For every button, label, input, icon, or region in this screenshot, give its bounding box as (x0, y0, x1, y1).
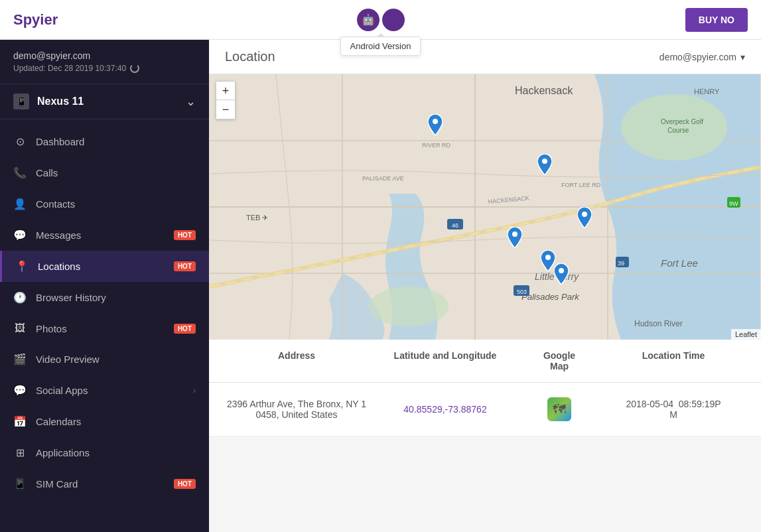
apple-icon[interactable] (382, 9, 405, 31)
hot-badge: HOT (174, 230, 196, 240)
col-address: Address (222, 350, 371, 371)
sidebar-item-label: Photos (36, 323, 161, 334)
sidebar-item-label: Applications (36, 447, 196, 458)
sidebar-item-photos[interactable]: 🖼 Photos HOT (0, 313, 209, 344)
hot-badge: HOT (174, 479, 196, 489)
col-lat-lng: Latitude and Longitude (371, 350, 519, 371)
device-name: Nexus 11 (37, 96, 84, 107)
map-pin-6 (577, 207, 592, 231)
chevron-right-icon: › (193, 386, 196, 395)
svg-text:Hackensack: Hackensack (515, 85, 573, 96)
hot-badge: HOT (174, 261, 196, 271)
sidebar-item-contacts[interactable]: 👤 Contacts (0, 188, 209, 220)
table-row: 2396 Arthur Ave, The Bronx, NY 10458, Un… (209, 383, 761, 436)
sidebar-item-label: Browser History (36, 292, 196, 303)
cell-lat-lng[interactable]: 40.85529,-73.88762 (371, 404, 519, 415)
svg-point-33 (545, 255, 551, 260)
svg-text:RIVER RD: RIVER RD (422, 142, 451, 149)
svg-text:FORT LEE RD: FORT LEE RD (561, 182, 601, 188)
cell-google-map[interactable]: 🗺 (519, 396, 599, 423)
contacts-icon: 👤 (13, 198, 27, 210)
sidebar-user-section: demo@spyier.com Updated: Dec 28 2019 10:… (0, 40, 209, 84)
svg-point-30 (433, 119, 438, 124)
header: Spyier 🤖 Android Version BUY NO (0, 0, 761, 40)
data-table: Address Latitude and Longitude GoogleMap… (209, 340, 761, 436)
buy-now-button[interactable]: BUY NO (685, 8, 748, 32)
page-title: Location (225, 49, 275, 64)
nav-items: ⊙ Dashboard 📞 Calls 👤 Contacts 💬 Message… (0, 119, 209, 506)
svg-point-10 (369, 287, 449, 326)
user-dropdown[interactable]: demo@spyier.com ▾ (659, 52, 745, 62)
svg-point-35 (582, 212, 587, 217)
map-pin-5 (554, 263, 569, 287)
svg-text:HENRY: HENRY (694, 88, 720, 96)
sidebar-item-dashboard[interactable]: ⊙ Dashboard (0, 126, 209, 157)
map-thumbnail: 🗺 (546, 396, 573, 423)
svg-point-31 (542, 159, 547, 164)
sidebar-item-locations[interactable]: 📍 Locations HOT (0, 251, 209, 282)
map-pin-3 (508, 227, 522, 251)
svg-text:9W: 9W (729, 200, 738, 207)
col-location-time: Location Time (599, 350, 748, 371)
sidebar-item-calls[interactable]: 📞 Calls (0, 157, 209, 188)
svg-point-34 (559, 268, 564, 273)
sidebar-item-label: Locations (38, 261, 161, 272)
user-dropdown-email: demo@spyier.com (659, 52, 736, 62)
svg-text:Course: Course (667, 127, 689, 134)
svg-text:Fort Lee: Fort Lee (661, 257, 698, 269)
sidebar-item-applications[interactable]: ⊞ Applications (0, 437, 209, 468)
svg-text:46: 46 (452, 222, 458, 229)
messages-icon: 💬 (13, 229, 27, 241)
content-header: Location demo@spyier.com ▾ (209, 40, 761, 74)
col-google-map: GoogleMap (519, 350, 599, 371)
map-svg: Overpeck Golf Course Little Ferry Fort L… (209, 74, 761, 340)
zoom-out-button[interactable]: − (216, 100, 235, 119)
refresh-icon[interactable] (130, 64, 139, 73)
cell-address: 2396 Arthur Ave, The Bronx, NY 10458, Un… (222, 399, 371, 420)
video-icon: 🎬 (13, 353, 27, 366)
svg-point-32 (512, 232, 518, 237)
svg-text:TEB ✈: TEB ✈ (246, 214, 268, 222)
sidebar-item-label: Calls (36, 167, 196, 178)
sidebar-item-label: Dashboard (36, 136, 196, 147)
sidebar-item-label: Social Apps (36, 385, 184, 396)
sidebar-item-messages[interactable]: 💬 Messages HOT (0, 220, 209, 251)
svg-text:PALISADE AVE: PALISADE AVE (362, 175, 404, 182)
sidebar-item-label: Video Preview (36, 354, 196, 365)
android-icon[interactable]: 🤖 (357, 9, 380, 31)
svg-text:Palisades Park: Palisades Park (521, 292, 580, 302)
sidebar: demo@spyier.com Updated: Dec 28 2019 10:… (0, 40, 209, 532)
cell-location-time: 2018-05-04 08:59:19PM (599, 399, 748, 420)
table-header: Address Latitude and Longitude GoogleMap… (209, 340, 761, 383)
svg-text:Hudson River: Hudson River (634, 319, 683, 328)
device-selector[interactable]: 📱 Nexus 11 ⌄ (0, 84, 209, 119)
app-container: Spyier 🤖 Android Version BUY NO demo@spy… (0, 0, 761, 532)
hot-badge: HOT (174, 324, 196, 334)
sidebar-item-video-preview[interactable]: 🎬 Video Preview (0, 344, 209, 375)
svg-text:Overpeck Golf: Overpeck Golf (661, 118, 703, 125)
sidebar-email: demo@spyier.com (13, 50, 196, 61)
sidebar-item-sim-card[interactable]: 📱 SIM Card HOT (0, 468, 209, 499)
sidebar-item-social-apps[interactable]: 💬 Social Apps › (0, 375, 209, 406)
header-center: 🤖 Android Version (357, 9, 405, 31)
zoom-in-button[interactable]: + (216, 82, 235, 100)
social-apps-icon: 💬 (13, 384, 27, 397)
map-controls: + − (216, 81, 236, 119)
sidebar-item-calendars[interactable]: 📅 Calendars (0, 406, 209, 437)
browser-history-icon: 🕐 (13, 291, 27, 304)
locations-icon: 📍 (15, 260, 29, 273)
sidebar-item-label: Messages (36, 230, 161, 241)
platform-icons: 🤖 (357, 9, 405, 31)
sidebar-item-browser-history[interactable]: 🕐 Browser History (0, 282, 209, 313)
device-info: 📱 Nexus 11 (13, 94, 84, 109)
map-attribution: Leaflet (731, 329, 761, 340)
chevron-down-icon: ⌄ (186, 94, 196, 109)
platform-tooltip: Android Version (340, 36, 421, 56)
calendars-icon: 📅 (13, 415, 27, 428)
map-pin-4 (541, 250, 555, 274)
sidebar-item-label: Calendars (36, 416, 196, 427)
dashboard-icon: ⊙ (13, 135, 27, 148)
map-pin-1 (428, 114, 443, 138)
svg-text:39: 39 (618, 260, 624, 267)
map-container: Overpeck Golf Course Little Ferry Fort L… (209, 74, 761, 340)
